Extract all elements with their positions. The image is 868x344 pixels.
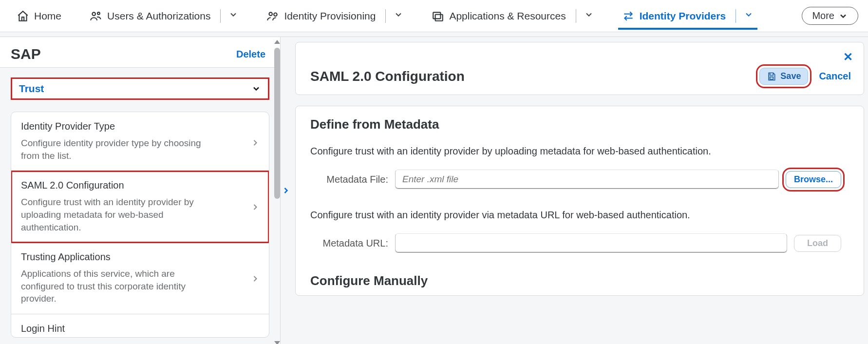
header-actions: Save Cancel [759,68,851,85]
chevron-right-icon [281,186,291,195]
save-label: Save [780,71,801,81]
side-item-desc: Configure identity provider type by choo… [21,137,216,162]
metadata-url-input[interactable] [395,233,787,253]
chevron-down-icon[interactable] [394,10,403,22]
expand-handle[interactable] [281,37,291,344]
left-title: SAP [11,46,41,62]
content-card: Define from Metadata Configure trust wit… [295,106,864,296]
metadata-file-row: Metadata File: Browse... [310,170,841,189]
nav-apps[interactable]: Applications & Resources [428,2,597,30]
side-list: Identity Provider Type Configure identit… [11,112,269,338]
scroll-thumb[interactable] [274,48,280,199]
load-button: Load [794,235,841,252]
top-nav: Home Users & Authorizations Identity Pro… [0,0,868,32]
nav-apps-label: Applications & Resources [449,10,566,22]
section-title: Configure Manually [310,273,841,288]
side-item-login-hint[interactable]: Login Hint [11,314,269,337]
close-icon[interactable]: ✕ [843,50,853,64]
side-item-title: SAML 2.0 Configuration [21,180,258,191]
sub-bar [0,32,868,37]
side-item-idp-type[interactable]: Identity Provider Type Configure identit… [11,112,269,171]
scrollbar[interactable] [271,39,280,344]
side-item-desc: Configure trust with an identity provide… [21,196,216,233]
more-button[interactable]: More [802,7,858,25]
side-item-desc: Applications of this service, which are … [21,268,216,305]
chevron-right-icon [250,274,260,286]
nav-identity-providers[interactable]: Identity Providers [618,2,757,30]
side-item-trusting-apps[interactable]: Trusting Applications Applications of th… [11,243,269,314]
home-icon [17,10,29,22]
side-item-title: Identity Provider Type [21,121,258,132]
page-title: SAML 2.0 Configuration [310,69,465,84]
delete-link[interactable]: Delete [236,49,265,60]
swap-icon [622,10,635,22]
users-icon [90,10,102,22]
svg-point-1 [97,12,100,15]
metadata-url-row: Metadata URL: Load [310,233,841,253]
section-desc: Configure trust with an identity provide… [310,146,841,157]
trust-dropdown-label: Trust [19,83,44,95]
metadata-file-label: Metadata File: [310,174,388,185]
chevron-down-icon [251,84,261,94]
cancel-link[interactable]: Cancel [819,71,851,82]
metadata-url-label: Metadata URL: [310,238,388,249]
nav-home[interactable]: Home [13,3,65,29]
chevron-down-icon[interactable] [228,10,238,22]
chevron-right-icon [250,138,260,150]
right-panel: ✕ SAML 2.0 Configuration Save Cancel Def… [291,37,868,344]
nav-users[interactable]: Users & Authorizations [86,2,242,30]
side-item-title: Trusting Applications [21,251,258,263]
chevron-down-icon[interactable] [584,10,594,22]
section-title: Define from Metadata [310,117,841,132]
svg-rect-6 [770,76,774,79]
nav-identity-provisioning[interactable]: Identity Provisioning [263,2,407,30]
side-item-saml-config[interactable]: SAML 2.0 Configuration Configure trust w… [11,171,269,243]
nav-home-label: Home [34,10,61,22]
svg-point-2 [269,12,273,16]
chevron-down-icon[interactable] [744,10,754,22]
nav-idp-label: Identity Providers [640,10,726,22]
chevron-down-icon [838,11,848,21]
svg-point-3 [274,13,278,16]
workspace: SAP Delete Trust Identity Provider Type … [0,37,868,344]
apps-icon [432,10,444,22]
side-item-title: Login Hint [21,323,258,334]
svg-rect-4 [434,12,441,19]
svg-rect-5 [435,14,443,20]
metadata-file-input[interactable] [395,170,779,189]
browse-button[interactable]: Browse... [786,171,841,188]
provisioning-icon [266,10,279,22]
chevron-right-icon [250,202,260,214]
save-icon [767,72,776,81]
right-header-card: ✕ SAML 2.0 Configuration Save Cancel [295,42,864,95]
scroll-up-icon[interactable] [274,40,280,44]
svg-point-0 [92,12,95,16]
left-panel: SAP Delete Trust Identity Provider Type … [0,37,281,344]
more-label: More [812,10,834,21]
save-button[interactable]: Save [759,68,808,85]
nav-users-label: Users & Authorizations [107,10,210,22]
nav-idprov-label: Identity Provisioning [284,10,376,22]
trust-dropdown[interactable]: Trust [11,77,269,100]
section-desc: Configure trust with an identity provide… [310,210,841,221]
scroll-down-icon[interactable] [274,341,280,344]
left-header: SAP Delete [0,37,280,68]
